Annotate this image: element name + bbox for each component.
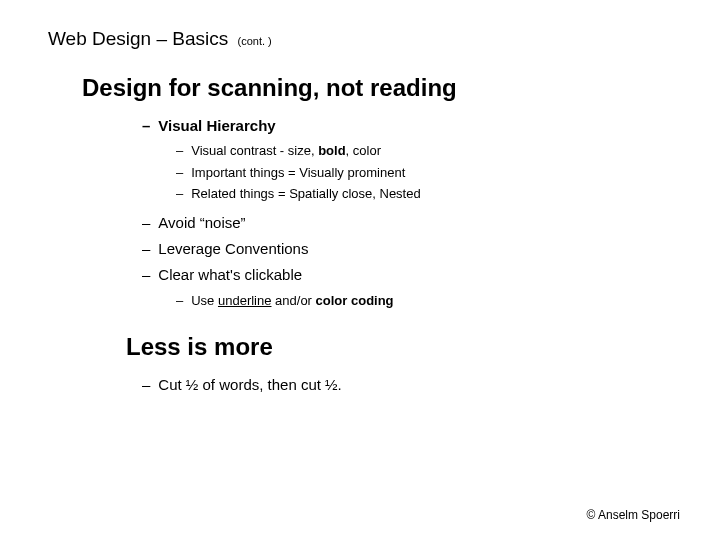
bullet-cut-half: – Cut ½ of words, then cut ½. [142, 375, 680, 395]
slide: Web Design – Basics (cont. ) Design for … [0, 0, 720, 540]
bullet-visual-hierarchy: – Visual Hierarchy [142, 116, 680, 136]
bullet-label: Clear what's clickable [158, 265, 302, 285]
text-underline: underline [218, 293, 272, 308]
section2-title: Less is more [126, 333, 680, 361]
slide-header: Web Design – Basics (cont. ) [48, 28, 680, 50]
dash-icon: – [176, 142, 183, 160]
header-title: Web Design – Basics [48, 28, 228, 49]
dash-icon: – [176, 164, 183, 182]
dash-icon: – [142, 213, 150, 233]
sub-visual-contrast: – Visual contrast - size, bold, color [176, 142, 680, 160]
text-part: Visually prominent [299, 165, 405, 180]
sub-text: Use underline and/or color coding [191, 292, 393, 310]
section1-title: Design for scanning, not reading [82, 74, 680, 102]
text-bold: bold [318, 143, 345, 158]
sub-related-things: – Related things = Spatially close, Nest… [176, 185, 680, 203]
dash-icon: – [176, 292, 183, 310]
footer-copyright: © Anselm Spoerri [586, 508, 680, 522]
sub-important-things: – Important things = Visually prominent [176, 164, 680, 182]
bullet-leverage-conventions: – Leverage Conventions [142, 239, 680, 259]
dash-icon: – [142, 265, 150, 285]
bullet-avoid-noise: – Avoid “noise” [142, 213, 680, 233]
bullet-label: Leverage Conventions [158, 239, 308, 259]
text-part: Related things = [191, 186, 289, 201]
sub-text: Related things = Spatially close, Nested [191, 185, 420, 203]
bullet-label: Avoid “noise” [158, 213, 245, 233]
bullet-label: Visual Hierarchy [158, 116, 275, 136]
sub-underline-color: – Use underline and/or color coding [176, 292, 680, 310]
header-cont: (cont. ) [238, 35, 272, 47]
text-part: , color [346, 143, 381, 158]
text-bold: color coding [316, 293, 394, 308]
text-part: Important things = [191, 165, 299, 180]
text-part: and/or [271, 293, 315, 308]
dash-icon: – [142, 239, 150, 259]
text-part: Spatially close, Nested [289, 186, 421, 201]
text-part: Use [191, 293, 218, 308]
text-part: Visual contrast - size, [191, 143, 318, 158]
sub-text: Important things = Visually prominent [191, 164, 405, 182]
dash-icon: – [176, 185, 183, 203]
bullet-clear-clickable: – Clear what's clickable [142, 265, 680, 285]
dash-icon: – [142, 375, 150, 395]
dash-icon: – [142, 116, 150, 136]
sub-text: Visual contrast - size, bold, color [191, 142, 381, 160]
bullet-label: Cut ½ of words, then cut ½. [158, 375, 341, 395]
